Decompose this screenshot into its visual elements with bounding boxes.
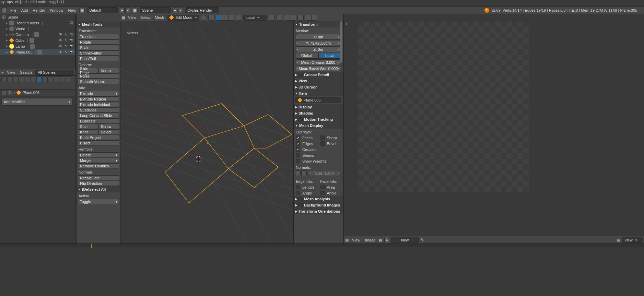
limit-selection-icon[interactable] (236, 15, 242, 21)
cursor-toggle[interactable]: ↖ (63, 50, 68, 55)
tab-modifiers[interactable] (36, 76, 42, 82)
outliner-search-menu[interactable]: Search (19, 70, 33, 74)
pivot-icon[interactable] (208, 15, 214, 21)
tab-constraints[interactable] (31, 76, 36, 82)
creases-check[interactable]: Creases (294, 146, 343, 152)
outliner-filter-field[interactable]: All Scenes (35, 70, 74, 75)
transform-orientations-panel-header[interactable]: Transform Orientations (294, 208, 343, 214)
eye-toggle[interactable]: 👁 (58, 32, 63, 37)
datablock-icon[interactable] (30, 44, 35, 49)
mode-dropdown[interactable]: Edit Mode (167, 15, 199, 21)
outliner-item[interactable]: ▸Camera|👁↖📷 (0, 32, 75, 37)
duplicate-button[interactable]: Duplicate (78, 118, 119, 123)
clip-toggle[interactable]: 🎬 (69, 21, 74, 25)
menu-add[interactable]: Add (20, 8, 30, 12)
datablock-icon[interactable] (37, 50, 42, 55)
vertex-button[interactable]: Vertex (98, 68, 119, 73)
menu-file[interactable]: File (9, 8, 18, 12)
outliner-item[interactable]: ▸Plane.005|👁↖📷 (0, 49, 75, 55)
cursor-toggle[interactable]: ↖ (63, 44, 68, 49)
faces-check[interactable]: Faces (294, 135, 318, 141)
outliner-item[interactable]: ▸Cube|👁↖📷 (0, 37, 75, 43)
editor-type-icon[interactable]: ⓘ (1, 8, 7, 13)
camera-toggle[interactable]: 📷 (69, 50, 74, 55)
background-images-panel-header[interactable]: Background Images (294, 202, 343, 208)
tab-render[interactable] (1, 76, 7, 82)
item-name-field[interactable]: Plane.005 (295, 97, 341, 103)
eye-toggle[interactable]: 👁 (58, 50, 63, 55)
knife-button[interactable]: Knife (78, 129, 98, 134)
meshtools-panel-header[interactable]: Mesh Tools (77, 21, 120, 27)
orientation-dropdown[interactable]: Local (243, 15, 267, 21)
motion-tracking-panel-header[interactable]: Motion Tracking (294, 116, 343, 122)
screen-layout-field[interactable]: Default (87, 7, 118, 13)
render-engine-field[interactable]: Cycles Render (185, 7, 219, 13)
layers-icon[interactable] (269, 15, 275, 21)
screen-delete-button[interactable]: × (125, 7, 130, 13)
imged-image-menu[interactable]: Image (364, 238, 377, 242)
screen-layout-browse-icon[interactable]: ▦ (79, 8, 85, 13)
recalculate-button[interactable]: Recalculate (78, 175, 119, 180)
tab-world[interactable] (19, 76, 24, 82)
extrude-individual-button[interactable]: Extrude Individual (78, 102, 119, 107)
area-splitter-right[interactable] (343, 14, 344, 244)
scene-delete-button[interactable]: × (178, 7, 183, 13)
translate-button[interactable]: Translate (78, 34, 119, 39)
seams-check[interactable]: Seams (294, 152, 343, 158)
3d-cursor-panel-header[interactable]: 3D Cursor (294, 84, 343, 90)
snap-icon[interactable] (276, 15, 282, 21)
median-y-field[interactable]: Y: 71.42857cm (295, 40, 341, 46)
knife-project-button[interactable]: Knife Project (78, 135, 119, 140)
viewport-shading-icon[interactable] (201, 15, 207, 21)
item-panel-header[interactable]: Item (294, 90, 343, 96)
smooth-vertex-button[interactable]: Smooth Vertex (78, 79, 119, 84)
tab-render-layers[interactable] (7, 76, 13, 82)
view3d-editor-type-icon[interactable]: ▦ (122, 15, 125, 20)
scene-browse-icon[interactable]: ▦ (132, 8, 138, 13)
opengl-anim-icon[interactable] (311, 15, 317, 21)
delete-button[interactable]: Delete (78, 152, 119, 157)
noise-button[interactable]: Noise (78, 73, 119, 79)
proportional-icon[interactable] (297, 15, 304, 21)
datablock-icon[interactable] (34, 32, 39, 37)
image-editor[interactable]: + (344, 14, 644, 239)
outliner-item[interactable]: ▸Lamp|👁↖📷 (0, 43, 75, 49)
scene-add-button[interactable]: + (173, 7, 177, 13)
outliner-editor-type-icon[interactable]: ≡ (1, 70, 3, 74)
timeline-cursor[interactable] (91, 244, 92, 248)
scale-button[interactable]: Scale (78, 45, 119, 50)
datablock-icon[interactable] (30, 38, 34, 43)
npanel-scrollbar[interactable] (340, 21, 343, 244)
remove-doubles-button[interactable]: Remove Doubles (78, 163, 119, 168)
angle-check[interactable]: Angle (294, 190, 318, 196)
screen-add-button[interactable]: + (120, 7, 125, 13)
image-editor-type-icon[interactable]: ▦ (345, 238, 349, 242)
menu-window[interactable]: Window (48, 8, 65, 12)
show-weights-check[interactable]: Show Weights (294, 158, 343, 164)
select-button[interactable]: Select (98, 129, 119, 134)
area-splitter-left[interactable] (75, 14, 77, 244)
shading-panel-header[interactable]: Shading (294, 110, 343, 116)
mean-bevel-field[interactable]: Mean Bevel Wei: 0.000 (295, 66, 341, 71)
shrink-fatten-button[interactable]: Shrink/Fatten (78, 50, 119, 56)
edges-check[interactable]: Edges (294, 141, 318, 146)
tab-object[interactable] (25, 76, 30, 82)
tab-texture[interactable] (54, 76, 59, 82)
display-panel-header[interactable]: Display (294, 104, 343, 110)
bisect-button[interactable]: Bisect (78, 140, 119, 145)
camera-toggle[interactable]: 📷 (69, 44, 74, 49)
mean-crease-field[interactable]: Mean Crease: 0.000 (295, 59, 341, 65)
opengl-render-icon[interactable] (305, 15, 311, 21)
grease-pencil-panel-header[interactable]: Grease Pencil (294, 72, 343, 78)
area-check[interactable]: Area (318, 184, 343, 190)
deselect-panel-header[interactable]: (De)select All (77, 186, 120, 192)
timeline[interactable] (0, 244, 644, 247)
median-x-field[interactable]: X: 0m (295, 34, 341, 40)
space-global[interactable]: Global (295, 53, 318, 59)
view3d-view-menu[interactable]: View (127, 15, 138, 20)
subdivide-button[interactable]: Subdivide (78, 107, 119, 113)
push-pull-button[interactable]: Push/Pull (78, 56, 119, 61)
area-split-icon[interactable]: + (345, 22, 349, 26)
normals-size-field[interactable]: Size: 10cm (307, 170, 341, 176)
loop-cut-and-slide-button[interactable]: Loop Cut and Slide (78, 113, 119, 118)
